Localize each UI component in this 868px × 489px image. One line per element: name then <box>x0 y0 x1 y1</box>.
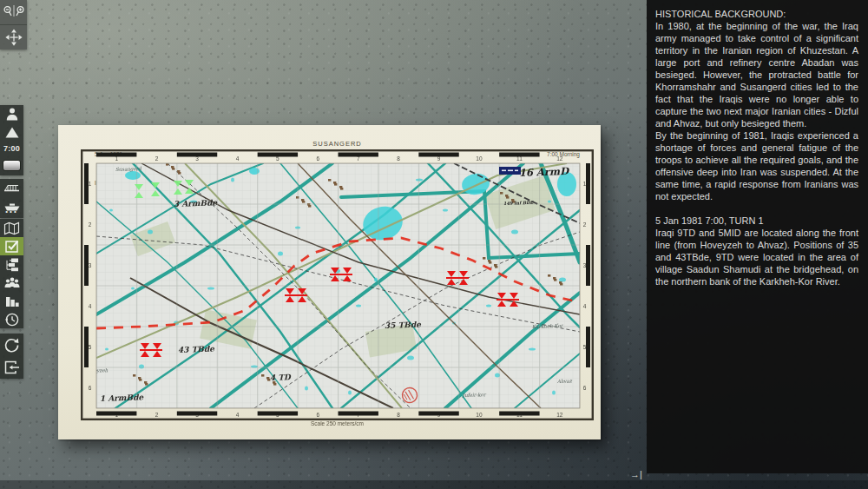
grid-column-label: 10 <box>476 412 483 418</box>
briefing-title: HISTORICAL BACKGROUND: <box>655 8 858 20</box>
map-label: 35 TBde <box>385 320 423 330</box>
people-icon <box>3 276 21 289</box>
status-toolbar: 7:00 <box>0 105 23 175</box>
restart-button[interactable] <box>0 334 23 356</box>
margin-scale-bar <box>96 153 136 157</box>
panel-collapse-arrow[interactable]: →| <box>630 469 642 479</box>
map-navigation-pad <box>0 0 27 50</box>
mountain-icon <box>4 126 20 139</box>
map-label: 43 TBde <box>178 344 216 354</box>
briefing-panel: HISTORICAL BACKGROUND: In 1980, at the b… <box>647 0 868 473</box>
exit-button[interactable] <box>0 356 23 379</box>
map-icon <box>3 221 20 235</box>
commander-button[interactable] <box>0 105 23 123</box>
refresh-icon <box>3 337 20 354</box>
grid-row-label: 4 <box>583 303 587 309</box>
grid-column-label: 2 <box>155 155 159 162</box>
bottom-vignette <box>0 480 868 489</box>
grid-row-label: 2 <box>583 221 587 228</box>
briefing-paragraph: In 1980, at the beginning of the war, th… <box>655 20 858 129</box>
margin-scale-bar <box>339 153 378 157</box>
map-label: 4 TD <box>270 373 292 382</box>
margin-scale-bar <box>84 163 89 204</box>
zoom-in-out-icon <box>3 4 25 20</box>
map-label: Ahvaz <box>556 378 573 384</box>
map-label: 1 ArmBde <box>100 393 145 403</box>
units-roster-button[interactable] <box>0 274 23 292</box>
game-screen: { "colors": { "enemy_unit": "#e41717", "… <box>0 0 868 489</box>
grid-column-label: 6 <box>316 412 319 418</box>
grid-row-label: 1 <box>89 181 92 187</box>
visibility-meter-button[interactable] <box>0 155 23 175</box>
exit-icon <box>3 360 20 375</box>
margin-scale-bar <box>177 153 217 157</box>
grid-column-label: 10 <box>476 155 483 162</box>
margin-scale-bar <box>586 163 590 204</box>
margin-scale-bar <box>177 412 217 416</box>
grid-column-label: 12 <box>556 155 563 162</box>
map-label: 3 ArmBde <box>174 198 219 208</box>
person-icon <box>4 107 20 122</box>
org-chart-button[interactable] <box>0 255 23 274</box>
grid-row-label: 6 <box>583 385 587 391</box>
grid-column-label: 12 <box>556 412 563 418</box>
map-sheet: 5 Jan 1981 IRAN KHUZESTAN SUSANGERD 7:00… <box>58 125 601 439</box>
orders-button-active[interactable] <box>0 237 23 255</box>
bridge-button[interactable] <box>0 179 23 197</box>
navy-unit-box <box>499 167 521 175</box>
grid-row-label: 5 <box>89 344 92 350</box>
map-label: 16 ArmD <box>519 165 571 179</box>
margin-scale-bar <box>96 412 136 416</box>
margin-scale-bar <box>84 327 89 367</box>
pan-map-button[interactable] <box>0 25 27 50</box>
grid-row-label: 6 <box>89 385 92 391</box>
grid-row-label: 2 <box>89 221 92 228</box>
session-toolbar <box>0 334 23 379</box>
bridge-icon <box>3 182 20 195</box>
transport-toolbar: ••• <box>0 179 23 218</box>
map-label: 149 Inf BDE <box>503 200 535 206</box>
map-canvas[interactable]: 3 ArmBde16 ArmD43 TBde35 TBde4 TD1 ArmBd… <box>81 149 594 420</box>
bar-chart-icon <box>4 294 20 308</box>
zoom-controls-button[interactable] <box>0 0 27 25</box>
turn-heading: 5 Jan 1981 7:00, TURN 1 <box>655 215 858 227</box>
checkbox-icon <box>4 239 20 254</box>
grid-row-label: 3 <box>89 262 92 268</box>
naval-dots: ••• <box>5 210 17 214</box>
grid-column-label: 4 <box>236 155 240 162</box>
margin-scale-bar <box>418 412 458 416</box>
turn-text: Iraqi 9TD and 5MID are located along the… <box>655 227 858 287</box>
scenario-title: SUSANGERD <box>81 140 594 148</box>
margin-scale-bar <box>499 412 539 416</box>
margin-scale-bar <box>84 245 89 286</box>
terrain-button[interactable] <box>0 123 23 142</box>
hierarchy-icon <box>4 257 20 272</box>
history-button[interactable] <box>0 310 23 328</box>
margin-scale-bar <box>339 412 378 416</box>
map-view-button[interactable] <box>0 219 23 237</box>
move-arrows-icon <box>4 28 23 47</box>
clock-icon <box>4 312 20 327</box>
margin-scale-bar <box>586 327 590 367</box>
visibility-meter <box>3 160 21 171</box>
turn-time-label: 7:00 <box>0 142 23 155</box>
margin-scale-bar <box>499 153 539 157</box>
naval-button[interactable]: ••• <box>0 197 23 218</box>
margin-scale-bar <box>586 245 590 286</box>
margin-scale-bar <box>418 153 458 157</box>
grid-column-label: 8 <box>397 412 400 418</box>
grid-row-label: 4 <box>89 303 92 309</box>
grid-column-label: 2 <box>155 412 159 418</box>
margin-scale-bar <box>258 153 298 157</box>
map-scale-label: Scale 250 meters/cm <box>81 420 594 426</box>
map-label: Karkheh-Kor <box>532 323 564 329</box>
statistics-button[interactable] <box>0 292 23 310</box>
briefing-paragraph: By the beginning of 1981, Iraqis experie… <box>655 129 858 202</box>
margin-scale-bar <box>258 412 298 416</box>
grid-column-label: 4 <box>236 412 240 418</box>
main-toolbar <box>0 219 23 328</box>
grid-column-label: 6 <box>316 155 319 162</box>
grid-column-label: 8 <box>397 155 400 162</box>
